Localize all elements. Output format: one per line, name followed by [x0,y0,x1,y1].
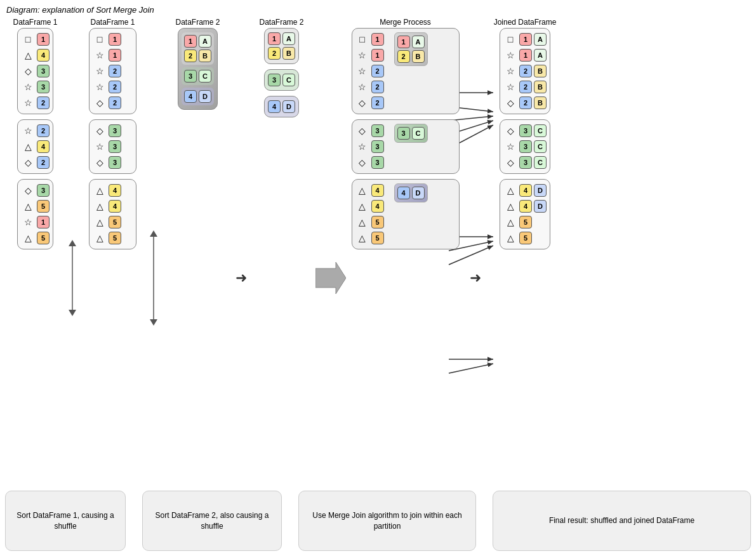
num: 4 [268,100,281,113]
diagram-row: DataFrame 1 □ 1 △ 4 ◇ 3 [5,18,751,487]
partition-4-3: 4 D [264,96,299,117]
shape-star: ☆ [355,64,369,78]
joined-partition-3: △ 4 D △ 4 D △ 5 △ 5 [500,179,550,249]
joined-partition-1: □ 1 A ☆ 1 A ☆ 2 B ☆ [500,28,550,114]
row: ☆ 1 [21,215,50,229]
shape-star: ☆ [93,48,107,62]
num: 1 [109,33,121,46]
label-3: Use Merge Join algorithm to join within … [298,491,476,551]
row: ☆ 2 [21,124,50,138]
row: △ 5 [503,231,547,245]
shape-star: ☆ [93,140,107,154]
letter: D [534,184,547,197]
row: ☆ 2 [355,80,384,94]
num: 1 [184,35,197,48]
partition-4-1: 1 A 2 B [264,28,299,64]
partition-group-2: □ 1 ☆ 1 ☆ 2 ☆ 2 [89,28,136,249]
letter: C [199,70,211,83]
num: 1 [519,33,532,46]
col5-label: Merge Process [380,18,431,27]
num: 2 [37,96,50,109]
shuffle-arrow-svg [66,240,79,316]
shape-triangle: △ [21,231,35,245]
num: 2 [184,50,197,62]
num: 2 [371,81,384,93]
col4-label: DataFrame 2 [259,18,303,27]
letter: D [282,100,295,113]
num: 5 [371,216,384,228]
row: ◇ 3 C [503,124,547,138]
row: □ 1 [21,32,50,46]
shape-star: ☆ [355,80,369,94]
partition-2-3: △ 4 △ 4 △ 5 △ 5 [89,179,136,249]
diagram-area: DataFrame 1 □ 1 △ 4 ◇ 3 [5,18,751,487]
shape-diamond: ◇ [355,156,369,169]
letter: A [412,36,425,48]
letter: A [282,32,295,45]
row: △ 4 [21,140,50,154]
partition-group-3: 1 A 2 B 3 C [178,28,218,110]
row: △ 5 [93,231,133,245]
partition-2-1: □ 1 ☆ 1 ☆ 2 ☆ 2 [89,28,136,114]
row: ☆ 3 [355,140,384,154]
shape-star: ☆ [93,64,107,78]
partition-group-5: □ 1 ☆ 1 ☆ 2 ☆ 2 [352,28,460,249]
partition-group-1: □ 1 △ 4 ◇ 3 ☆ 3 [17,28,53,249]
row: □ 1 [93,32,133,46]
shape-triangle: △ [355,183,369,197]
row: 1 A [268,32,295,45]
col-df2-unsorted: DataFrame 2 1 A 2 B [161,18,234,110]
num: 5 [37,200,50,213]
row: ◇ 2 [21,156,50,169]
num: 5 [371,232,384,244]
col1-label: DataFrame 1 [13,18,57,27]
row: □ 1 A [503,32,547,46]
row: ☆ 2 [93,64,133,78]
letter: B [534,81,547,93]
num: 1 [397,36,410,48]
row: △ 4 [355,183,384,197]
num: 3 [519,140,532,153]
num: 2 [371,96,384,109]
col6-label: Joined DataFrame [494,18,557,27]
letter: B [534,96,547,109]
num: 3 [371,156,384,169]
shape-triangle: △ [21,199,35,213]
row: ☆ 2 [21,96,50,110]
letter: A [199,35,211,48]
shape-triangle: △ [355,215,369,229]
letter: A [534,49,547,62]
num: 4 [109,184,121,197]
shape-triangle: △ [93,231,107,245]
letter: B [282,47,295,60]
num: 1 [268,32,281,45]
shape-triangle: △ [503,215,517,229]
shape-star: ☆ [21,80,35,94]
num: 1 [37,33,50,46]
row: ☆ 3 [93,140,133,154]
row: ◇ 2 B [503,96,547,110]
svg-marker-12 [69,310,76,316]
row: △ 4 [355,199,384,213]
row: ◇ 3 [93,156,133,169]
num: 4 [37,49,50,62]
num: 1 [519,49,532,62]
letter: D [412,187,425,199]
shape-diamond: ◇ [355,124,369,138]
label-4: Final result: shuffled and joined DataFr… [493,491,751,551]
letter: C [412,127,425,140]
num: 3 [371,124,384,137]
row: △ 5 [93,215,133,229]
row: 2 B [397,50,425,63]
shape-diamond: ◇ [503,96,517,110]
num: 2 [109,81,121,93]
shape-triangle: △ [21,48,35,62]
num: 4 [519,184,532,197]
letter: A [534,33,547,46]
partition-1-3: ◇ 3 △ 5 ☆ 1 △ 5 [17,179,53,249]
diagram-title: Diagram: explanation of Sort Merge Join [6,5,154,15]
shape-star: ☆ [503,80,517,94]
num: 4 [371,184,384,197]
shape-diamond: ◇ [21,156,35,169]
shape-triangle: △ [93,183,107,197]
